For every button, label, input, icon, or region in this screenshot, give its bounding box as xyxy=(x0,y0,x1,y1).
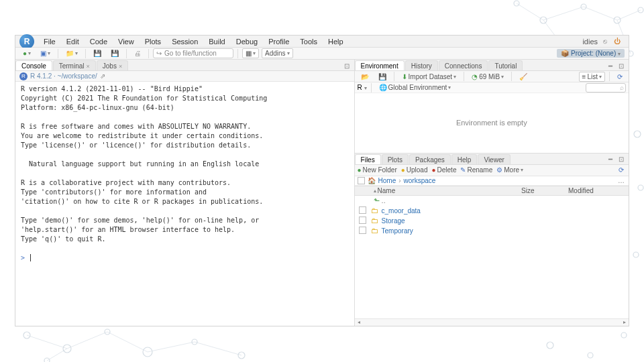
svg-line-1 xyxy=(543,7,584,20)
new-folder-button[interactable]: ●New Folder xyxy=(358,166,397,174)
maximize-pane-icon[interactable]: ⊡ xyxy=(616,155,626,164)
tab-files[interactable]: Files xyxy=(355,154,381,164)
env-empty-label: Environment is empty xyxy=(355,93,629,153)
project-menu[interactable]: 📦 Project: (None) ▾ xyxy=(557,49,625,58)
file-checkbox[interactable] xyxy=(359,227,366,234)
save-workspace-button[interactable]: 💾 xyxy=(375,72,390,82)
svg-point-30 xyxy=(588,353,593,358)
files-column-header: ▴Name Size Modified xyxy=(355,186,629,196)
horizontal-scrollbar[interactable]: ◂ ▸ xyxy=(355,318,629,326)
menu-tools[interactable]: Tools xyxy=(294,36,323,47)
menu-help[interactable]: Help xyxy=(323,36,349,47)
list-view-toggle[interactable]: ≡ List ▾ xyxy=(579,72,605,82)
maximize-pane-icon[interactable]: ⊡ xyxy=(616,61,626,70)
env-toolbar: 📂 💾 ⬇ Import Dataset ▾ ◔ 69 MiB ▾ 🧹 ≡ Li… xyxy=(355,71,629,82)
svg-point-7 xyxy=(540,17,547,23)
menu-plots[interactable]: Plots xyxy=(140,36,166,47)
console-path: R 4.1.2 · ~/workspace/ xyxy=(30,72,97,80)
menu-session[interactable]: Session xyxy=(166,36,203,47)
menu-view[interactable]: View xyxy=(113,36,140,47)
home-icon[interactable]: 🏠 xyxy=(368,177,376,184)
refresh-button[interactable]: ⟳ xyxy=(614,72,626,82)
console-subbar: R R 4.1.2 · ~/workspace/ ⇗ xyxy=(15,71,354,82)
tab-help[interactable]: Help xyxy=(451,154,478,164)
svg-point-10 xyxy=(614,17,621,23)
files-tabstrip: Files Plots Packages Help Viewer ━ ⊡ xyxy=(355,154,629,165)
delete-button[interactable]: ●Delete xyxy=(431,166,456,174)
rename-button[interactable]: ✎Rename xyxy=(460,166,492,174)
tab-console[interactable]: Console xyxy=(15,60,52,70)
scroll-right-icon[interactable]: ▸ xyxy=(621,319,629,326)
new-file-button[interactable]: ●▾ xyxy=(19,48,34,58)
file-name-link[interactable]: Storage xyxy=(382,217,629,225)
menu-profile[interactable]: Profile xyxy=(263,36,294,47)
col-modified[interactable]: Modified xyxy=(568,187,629,194)
grid-button[interactable]: ▦▾ xyxy=(242,48,259,58)
tab-jobs[interactable]: Jobs × xyxy=(97,60,128,70)
menu-file[interactable]: File xyxy=(38,36,61,47)
goto-icon: ↪ xyxy=(156,50,162,57)
maximize-pane-icon[interactable]: ⊡ xyxy=(342,61,352,70)
up-arrow-icon: ⬑ .. xyxy=(355,196,386,205)
refresh-files-icon[interactable]: ⟳ xyxy=(616,166,626,175)
load-workspace-button[interactable]: 📂 xyxy=(358,72,372,82)
goto-file-function[interactable]: ↪ Go to file/function xyxy=(153,48,233,58)
language-selector[interactable]: R ▾ xyxy=(358,84,367,91)
svg-point-13 xyxy=(634,131,641,137)
scope-selector[interactable]: 🌐 Global Environment ▾ xyxy=(376,82,455,93)
new-project-button[interactable]: ▣▾ xyxy=(37,48,54,58)
up-directory[interactable]: ⬑ .. xyxy=(355,196,629,206)
upload-button[interactable]: ●Upload xyxy=(401,166,428,174)
r-logo-icon: R xyxy=(19,72,28,80)
minimize-pane-icon[interactable]: ━ xyxy=(606,61,615,70)
select-all-checkbox[interactable] xyxy=(358,177,365,184)
svg-line-19 xyxy=(148,342,195,352)
console-path-open-icon[interactable]: ⇗ xyxy=(100,72,105,80)
svg-point-11 xyxy=(638,7,643,13)
tab-viewer[interactable]: Viewer xyxy=(478,154,510,164)
save-all-button[interactable]: 💾 xyxy=(107,48,122,58)
console-output[interactable]: R version 4.1.2 (2021-11-01) -- "Bird Hi… xyxy=(15,82,354,326)
clear-objects-button[interactable]: 🧹 xyxy=(516,72,531,82)
breadcrumb-home[interactable]: Home xyxy=(378,177,396,184)
tab-history[interactable]: History xyxy=(405,60,438,70)
file-checkbox[interactable] xyxy=(359,217,366,224)
tab-tutorial[interactable]: Tutorial xyxy=(488,60,523,70)
left-tabstrip: Console Terminal × Jobs × ⊡ xyxy=(15,60,354,71)
tab-terminal[interactable]: Terminal × xyxy=(53,60,96,70)
tab-environment[interactable]: Environment xyxy=(355,60,405,70)
save-button[interactable]: 💾 xyxy=(90,48,105,58)
file-checkbox[interactable] xyxy=(359,206,366,214)
addins-button[interactable]: Addins ▾ xyxy=(262,48,293,58)
menu-code[interactable]: Code xyxy=(85,36,113,47)
file-name-link[interactable]: Temporary xyxy=(382,227,629,235)
import-dataset-button[interactable]: ⬇ Import Dataset ▾ xyxy=(398,72,460,82)
env-scope-bar: R ▾ 🌐 Global Environment ▾ xyxy=(355,82,629,93)
power-icon[interactable]: ⏻ xyxy=(612,37,622,46)
col-size[interactable]: Size xyxy=(521,187,568,194)
open-file-button[interactable]: 📁▾ xyxy=(62,48,81,58)
menu-build[interactable]: Build xyxy=(203,36,230,47)
breadcrumb-workspace[interactable]: workspace xyxy=(404,177,436,184)
print-button[interactable]: 🖨 xyxy=(131,48,144,58)
col-name[interactable]: ▴Name xyxy=(371,187,521,194)
list-item: 🗀 Storage xyxy=(355,216,629,226)
breadcrumb-more-icon[interactable]: … xyxy=(616,176,626,185)
file-name-link[interactable]: c_moor_data xyxy=(382,207,629,215)
close-icon[interactable]: × xyxy=(119,63,122,70)
memory-indicator[interactable]: ◔ 69 MiB ▾ xyxy=(468,72,507,82)
menu-debug[interactable]: Debug xyxy=(231,36,263,47)
minimize-pane-icon[interactable]: ━ xyxy=(606,155,615,164)
menu-edit[interactable]: Edit xyxy=(61,36,85,47)
svg-point-27 xyxy=(44,358,50,362)
tab-connections[interactable]: Connections xyxy=(439,60,488,70)
env-search-input[interactable] xyxy=(586,83,626,93)
signout-icon[interactable]: ⎋ xyxy=(600,37,610,46)
folder-icon: 🗀 xyxy=(371,206,382,215)
scroll-left-icon[interactable]: ◂ xyxy=(355,319,363,326)
tab-packages[interactable]: Packages xyxy=(409,154,451,164)
svg-line-17 xyxy=(67,332,107,349)
more-button[interactable]: ⚙More ▾ xyxy=(496,166,523,174)
tab-plots[interactable]: Plots xyxy=(382,154,409,164)
close-icon[interactable]: × xyxy=(87,63,90,70)
